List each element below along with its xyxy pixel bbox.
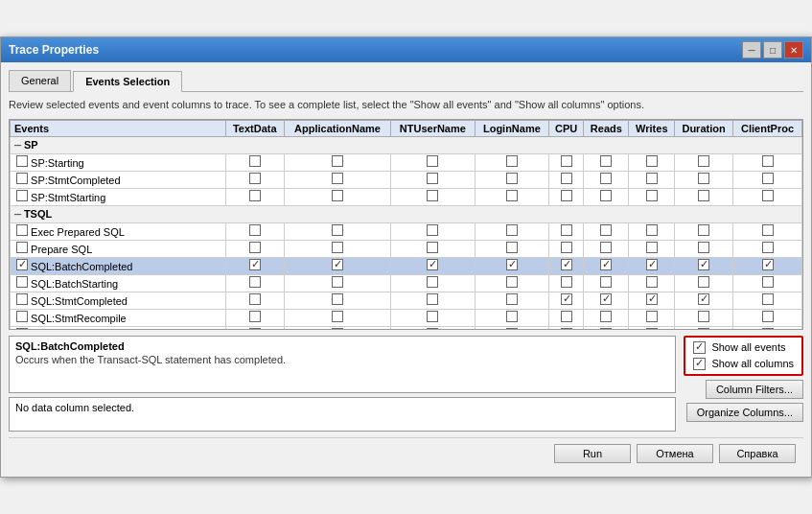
col-checkbox[interactable] — [332, 155, 343, 167]
row-checkbox[interactable] — [16, 155, 28, 167]
table-row[interactable]: SQL:BatchStarting — [11, 274, 226, 292]
col-checkbox[interactable] — [561, 328, 572, 330]
col-checkbox[interactable] — [249, 155, 261, 167]
col-checkbox[interactable] — [762, 311, 774, 322]
show-all-events-checkbox[interactable] — [693, 341, 706, 354]
table-row[interactable]: SQL:BatchCompleted — [11, 257, 226, 274]
table-row[interactable]: SQL:StmtCompleted — [11, 292, 226, 309]
col-checkbox[interactable] — [332, 224, 343, 236]
col-checkbox[interactable] — [561, 259, 572, 270]
table-row[interactable]: SQL:StmtRecompile — [11, 309, 226, 326]
col-checkbox[interactable] — [332, 173, 343, 184]
col-checkbox[interactable] — [762, 328, 774, 330]
row-checkbox[interactable] — [16, 190, 28, 201]
col-checkbox[interactable] — [698, 328, 709, 330]
col-checkbox[interactable] — [506, 242, 518, 253]
col-checkbox[interactable] — [762, 293, 774, 305]
col-checkbox[interactable] — [427, 276, 438, 288]
col-checkbox[interactable] — [646, 224, 658, 236]
column-filters-button[interactable]: Column Filters... — [706, 380, 803, 399]
col-checkbox[interactable] — [762, 224, 774, 236]
col-checkbox[interactable] — [506, 311, 518, 322]
col-checkbox[interactable] — [249, 328, 261, 330]
col-checkbox[interactable] — [600, 328, 612, 330]
col-checkbox[interactable] — [600, 190, 612, 201]
col-checkbox[interactable] — [249, 190, 261, 201]
col-checkbox[interactable] — [249, 293, 261, 305]
col-checkbox[interactable] — [561, 242, 572, 253]
col-checkbox[interactable] — [698, 259, 709, 270]
cancel-button[interactable]: Отмена — [637, 444, 713, 463]
col-checkbox[interactable] — [332, 293, 343, 305]
col-checkbox[interactable] — [762, 173, 774, 184]
col-checkbox[interactable] — [646, 293, 658, 305]
col-checkbox[interactable] — [600, 155, 612, 167]
col-checkbox[interactable] — [332, 190, 343, 201]
row-checkbox[interactable] — [16, 293, 28, 305]
col-checkbox[interactable] — [561, 190, 572, 201]
organize-columns-button[interactable]: Organize Columns... — [686, 403, 803, 422]
col-checkbox[interactable] — [561, 224, 572, 236]
table-row[interactable]: Prepare SQL — [11, 240, 226, 257]
col-checkbox[interactable] — [600, 242, 612, 253]
col-checkbox[interactable] — [427, 224, 438, 236]
col-checkbox[interactable] — [698, 242, 709, 253]
row-checkbox[interactable] — [16, 242, 28, 253]
run-button[interactable]: Run — [554, 444, 631, 463]
col-checkbox[interactable] — [698, 173, 709, 184]
row-checkbox[interactable] — [16, 259, 28, 270]
col-checkbox[interactable] — [698, 311, 709, 322]
col-checkbox[interactable] — [506, 293, 518, 305]
col-checkbox[interactable] — [506, 173, 518, 184]
col-checkbox[interactable] — [506, 224, 518, 236]
col-checkbox[interactable] — [332, 242, 343, 253]
col-checkbox[interactable] — [249, 224, 261, 236]
col-checkbox[interactable] — [332, 328, 343, 330]
col-checkbox[interactable] — [600, 173, 612, 184]
col-checkbox[interactable] — [698, 155, 709, 167]
col-checkbox[interactable] — [762, 190, 774, 201]
col-checkbox[interactable] — [646, 155, 658, 167]
close-button[interactable]: ✕ — [784, 41, 803, 58]
events-table-container[interactable]: Events TextData ApplicationName NTUserNa… — [9, 119, 803, 330]
col-checkbox[interactable] — [561, 293, 572, 305]
maximize-button[interactable]: □ — [763, 41, 782, 58]
col-checkbox[interactable] — [600, 276, 612, 288]
col-checkbox[interactable] — [427, 293, 438, 305]
table-row[interactable]: SP:StmtCompleted — [11, 171, 226, 188]
col-checkbox[interactable] — [646, 276, 658, 288]
minimize-button[interactable]: ─ — [742, 41, 761, 58]
tab-events-selection[interactable]: Events Selection — [73, 71, 182, 92]
col-checkbox[interactable] — [427, 311, 438, 322]
table-row[interactable]: SP:StmtStarting — [11, 188, 226, 205]
row-checkbox[interactable] — [16, 311, 28, 322]
col-checkbox[interactable] — [762, 276, 774, 288]
col-checkbox[interactable] — [427, 242, 438, 253]
col-checkbox[interactable] — [506, 276, 518, 288]
col-checkbox[interactable] — [427, 173, 438, 184]
col-checkbox[interactable] — [561, 155, 572, 167]
col-checkbox[interactable] — [249, 276, 261, 288]
col-checkbox[interactable] — [427, 328, 438, 330]
col-checkbox[interactable] — [332, 259, 343, 270]
col-checkbox[interactable] — [506, 259, 518, 270]
table-row[interactable]: SQL:StmtStarting — [11, 326, 226, 330]
col-checkbox[interactable] — [600, 293, 612, 305]
col-checkbox[interactable] — [332, 311, 343, 322]
col-checkbox[interactable] — [249, 311, 261, 322]
col-checkbox[interactable] — [561, 276, 572, 288]
col-checkbox[interactable] — [249, 173, 261, 184]
col-checkbox[interactable] — [646, 190, 658, 201]
col-checkbox[interactable] — [698, 190, 709, 201]
col-checkbox[interactable] — [762, 259, 774, 270]
col-checkbox[interactable] — [698, 276, 709, 288]
row-checkbox[interactable] — [16, 224, 28, 236]
col-checkbox[interactable] — [249, 259, 261, 270]
col-checkbox[interactable] — [762, 242, 774, 253]
show-all-columns-checkbox[interactable] — [693, 358, 706, 370]
col-checkbox[interactable] — [646, 173, 658, 184]
table-row[interactable]: SP:Starting — [11, 153, 226, 171]
col-checkbox[interactable] — [646, 259, 658, 270]
col-checkbox[interactable] — [646, 242, 658, 253]
col-checkbox[interactable] — [646, 328, 658, 330]
